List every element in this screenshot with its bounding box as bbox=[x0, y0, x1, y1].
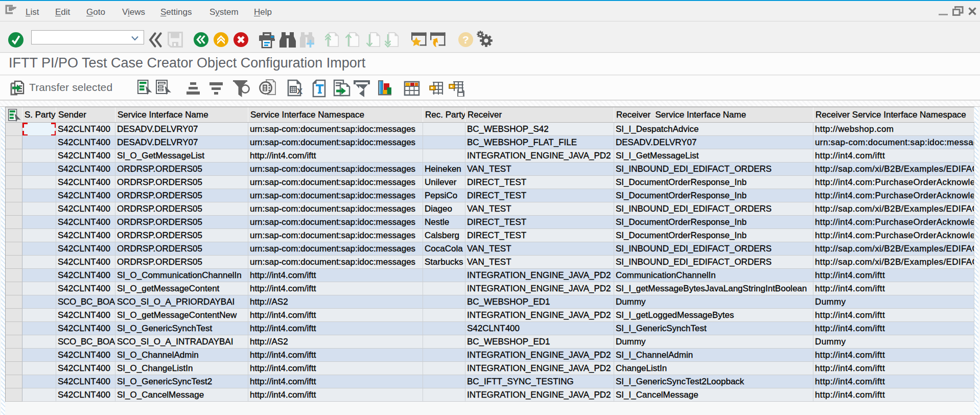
svg-text:?: ? bbox=[462, 34, 469, 45]
svg-text:x: x bbox=[297, 85, 302, 96]
